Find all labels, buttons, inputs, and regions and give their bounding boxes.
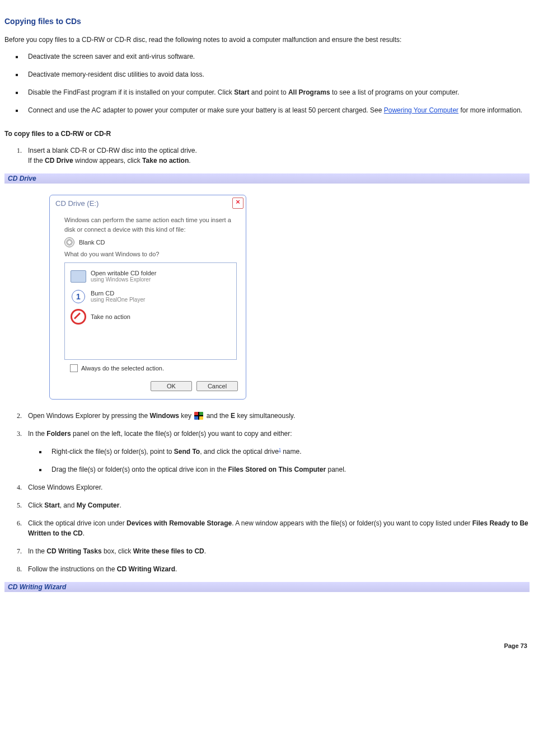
no-action-icon (71, 309, 86, 325)
cancel-button[interactable]: Cancel (196, 381, 238, 391)
step-7: In the CD Writing Tasks box, click Write… (24, 546, 530, 556)
note-item: Disable the FindFast program if it is in… (24, 87, 530, 97)
action-list[interactable]: Open writable CD folderusing Windows Exp… (64, 262, 237, 360)
step-8: Follow the instructions on the CD Writin… (24, 564, 530, 574)
note-item: Connect and use the AC adapter to power … (24, 105, 530, 115)
step-3: In the Folders panel on the left, locate… (24, 429, 530, 475)
step-2: Open Windows Explorer by pressing the Wi… (24, 411, 530, 421)
always-checkbox[interactable] (70, 364, 78, 372)
steps-list-cont: Open Windows Explorer by pressing the Wi… (4, 411, 530, 574)
cd-icon (64, 237, 74, 247)
sub-heading: To copy files to a CD-RW or CD-R (4, 129, 530, 139)
dialog-prompt: What do you want Windows to do? (64, 250, 237, 259)
caption-cd-wizard: CD Writing Wizard (4, 582, 530, 592)
list-item-burn-cd[interactable]: 1 Burn CDusing RealOne Player (65, 287, 236, 307)
sub-step: Drag the file(s) or folder(s) onto the o… (47, 464, 530, 475)
step-6: Click the optical drive icon under Devic… (24, 518, 530, 538)
list-item-open-folder[interactable]: Open writable CD folderusing Windows Exp… (65, 266, 236, 287)
realone-icon: 1 (72, 290, 85, 303)
close-icon[interactable]: × (232, 198, 243, 209)
always-label: Always do the selected action. (81, 365, 164, 372)
intro-text: Before you copy files to a CD-RW or CD-R… (4, 35, 530, 45)
ok-button[interactable]: OK (151, 381, 192, 391)
step-1: Insert a blank CD-R or CD-RW disc into t… (24, 145, 530, 166)
list-item-no-action[interactable]: Take no action (65, 307, 236, 327)
folder-icon (71, 270, 86, 283)
windows-key-icon (194, 412, 203, 420)
sub-step: Right-click the file(s) or folder(s), po… (47, 447, 530, 457)
blank-cd-label: Blank CD (79, 239, 105, 246)
note-item: Deactivate the screen saver and exit ant… (24, 51, 530, 62)
cd-drive-dialog: CD Drive (E:) × Windows can perform the … (49, 195, 246, 400)
dialog-message: Windows can perform the same action each… (64, 215, 237, 234)
step-5: Click Start, and My Computer. (24, 500, 530, 510)
notes-list: Deactivate the screen saver and exit ant… (4, 51, 530, 115)
caption-cd-drive: CD Drive (4, 173, 530, 184)
page-number: Page 73 (4, 642, 527, 649)
dialog-title: CD Drive (E:) (55, 199, 99, 208)
step-4: Close Windows Explorer. (24, 482, 530, 492)
powering-link[interactable]: Powering Your Computer (384, 106, 458, 114)
note-item: Deactivate memory-resident disc utilitie… (24, 69, 530, 79)
steps-list: Insert a blank CD-R or CD-RW disc into t… (4, 145, 530, 166)
section-title: Copying files to CDs (4, 17, 530, 26)
